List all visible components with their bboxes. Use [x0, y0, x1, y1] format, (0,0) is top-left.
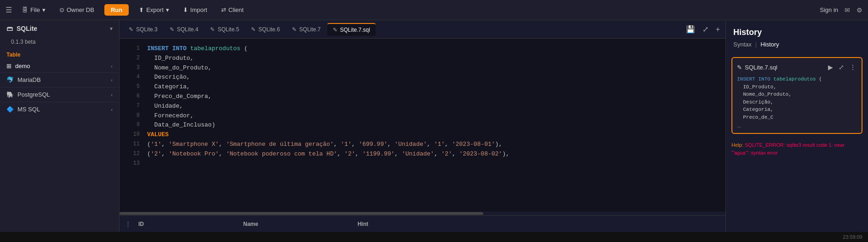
time-display: 23:59:09 — [843, 234, 862, 240]
export-chevron-icon: ▾ — [166, 6, 169, 13]
postgresql-icon: 🐘 — [6, 91, 14, 98]
name-column-header: Name — [243, 221, 258, 227]
code-line-7: 7 Unidade, — [120, 102, 725, 111]
mariadb-chevron-icon: ‹ — [111, 77, 113, 83]
code-line-2: 2 ID_Produto, — [120, 54, 725, 63]
tab-sqlite3-icon: ✎ — [129, 26, 133, 33]
run-button[interactable]: Run — [104, 4, 129, 16]
tab-sqlite3[interactable]: ✎ SQLite.3 — [123, 23, 163, 35]
horizontal-scrollbar-thumb[interactable] — [120, 212, 483, 215]
table-grid-icon: ⊞ — [6, 63, 11, 69]
center-area: ✎ SQLite.3 ✎ SQLite.4 ✎ SQLite.5 ✎ SQLit… — [120, 20, 725, 232]
code-line-6: 6 Preco_de_Compra, — [120, 92, 725, 102]
history-panel: History Syntax | History ✎ SQLite.7.sql … — [725, 20, 868, 232]
results-bar: ⋮ ID Name Hint — [120, 215, 725, 232]
tabs-bar: ✎ SQLite.3 ✎ SQLite.4 ✎ SQLite.5 ✎ SQLit… — [120, 20, 725, 39]
sqlite-version: 0.1.3 beta — [0, 37, 119, 49]
mssql-icon: 🔷 — [6, 106, 14, 113]
help-label: Help: — [731, 142, 743, 148]
code-line-8: 8 Fornecedor, — [120, 111, 725, 121]
history-nav-tabs: Syntax | History — [726, 41, 868, 53]
history-title: History — [726, 20, 868, 41]
code-line-10: 10 VALUES — [120, 130, 725, 140]
sidebar-item-mariadb[interactable]: 🐬 MariaDB ‹ — [0, 72, 119, 87]
import-icon: ⬇ — [183, 6, 188, 13]
settings-icon[interactable]: ⚙ — [857, 6, 862, 14]
history-more-button[interactable]: ⋮ — [849, 63, 857, 72]
history-entry: ✎ SQLite.7.sql ▶ ⤢ ⋮ INSERT INTO tabelap… — [731, 57, 862, 134]
results-menu-icon[interactable]: ⋮ — [125, 220, 131, 227]
help-error-text: Help: SQLITE_ERROR: sqlite3 result code … — [731, 141, 862, 156]
postgresql-chevron-icon: ‹ — [111, 92, 113, 98]
code-line-5: 5 Categoria, — [120, 82, 725, 92]
status-bar: 23:59:09 — [0, 232, 868, 242]
share-tab-button[interactable]: ⤢ — [701, 23, 710, 35]
table-label: Table — [0, 49, 119, 60]
code-line-12: 12 ('2', 'Notebook Pro', 'Notebook poder… — [120, 150, 725, 159]
history-tab[interactable]: History — [760, 41, 779, 48]
tab-sqlite7sql-icon: ✎ — [333, 27, 337, 33]
file-menu[interactable]: 🗄 File ▾ — [18, 5, 49, 15]
hamburger-menu-icon[interactable]: ☰ — [6, 6, 12, 14]
file-chevron-icon: ▾ — [42, 6, 46, 13]
code-line-11: 11 ('1', 'Smartphone X', 'Smartphone de … — [120, 140, 725, 150]
tab-sqlite7[interactable]: ✎ SQLite.7 — [286, 23, 326, 35]
code-line-3: 3 Nome_do_Produto, — [120, 63, 725, 73]
hint-column-header: Hint — [358, 221, 368, 227]
code-line-9: 9 Data_de_Inclusao) — [120, 121, 725, 130]
help-message: SQLITE_ERROR: sqlite3 result code 1: nea… — [731, 142, 845, 156]
sidebar-sqlite-header: 🗃 SQLite ▾ — [0, 20, 119, 37]
client-icon: ⇄ — [221, 6, 226, 13]
demo-chevron-icon: ‹ — [111, 63, 113, 69]
mssql-chevron-icon: ‹ — [111, 107, 113, 112]
tab-sqlite7sql[interactable]: ✎ SQLite.7.sql — [327, 23, 376, 36]
sign-in-link[interactable]: Sign in — [820, 6, 838, 13]
history-entry-name: ✎ SQLite.7.sql — [737, 64, 777, 71]
tab-sqlite6-icon: ✎ — [251, 26, 256, 33]
tab-sqlite5-icon: ✎ — [210, 26, 215, 33]
sidebar-item-mssql[interactable]: 🔷 MS SQL ‹ — [0, 102, 119, 116]
add-tab-button[interactable]: + — [714, 23, 722, 35]
file-icon: 🗄 — [22, 6, 28, 13]
history-open-button[interactable]: ⤢ — [838, 63, 845, 72]
history-edit-icon: ✎ — [737, 64, 742, 71]
sidebar-item-postgresql[interactable]: 🐘 PostgreSQL ‹ — [0, 87, 119, 102]
code-line-1: 1 INSERT INTO tabelaprodutos ( — [120, 44, 725, 54]
sidebar-collapse-icon[interactable]: ▾ — [110, 26, 113, 32]
save-tab-button[interactable]: 💾 — [684, 23, 697, 35]
owner-db-menu[interactable]: ⊙ Owner DB — [56, 5, 98, 15]
main-layout: 🗃 SQLite ▾ 0.1.3 beta Table ⊞ demo ‹ 🐬 M… — [0, 20, 868, 232]
mail-icon[interactable]: ✉ — [845, 6, 850, 14]
history-entry-header: ✎ SQLite.7.sql ▶ ⤢ ⋮ — [737, 63, 857, 72]
history-run-button[interactable]: ▶ — [827, 63, 834, 72]
export-menu[interactable]: ⬆ Export ▾ — [135, 5, 173, 15]
code-line-4: 4 Descrição, — [120, 73, 725, 82]
owner-db-icon: ⊙ — [59, 6, 64, 13]
tab-sqlite4[interactable]: ✎ SQLite.4 — [164, 23, 204, 35]
history-code-preview: INSERT INTO tabelaprodutos ( ID_Produto,… — [737, 75, 857, 121]
tab-sqlite5[interactable]: ✎ SQLite.5 — [205, 23, 245, 35]
sidebar: 🗃 SQLite ▾ 0.1.3 beta Table ⊞ demo ‹ 🐬 M… — [0, 20, 120, 232]
id-column-header: ID — [138, 221, 144, 227]
tab-sqlite4-icon: ✎ — [170, 26, 174, 33]
tab-sqlite6[interactable]: ✎ SQLite.6 — [246, 23, 286, 35]
mariadb-icon: 🐬 — [6, 76, 14, 83]
client-menu[interactable]: ⇄ Client — [217, 5, 247, 15]
history-entry-actions: ▶ ⤢ ⋮ — [827, 63, 857, 72]
sidebar-item-demo[interactable]: ⊞ demo ‹ — [0, 60, 119, 72]
sqlite-icon: 🗃 — [6, 25, 13, 32]
syntax-tab[interactable]: Syntax — [733, 41, 752, 48]
history-code-ellipsis: ... — [737, 123, 857, 128]
import-menu[interactable]: ⬇ Import — [179, 5, 211, 15]
code-editor[interactable]: 1 INSERT INTO tabelaprodutos ( 2 ID_Prod… — [120, 39, 725, 212]
code-line-13: 13 — [120, 159, 725, 168]
top-nav: ☰ 🗄 File ▾ ⊙ Owner DB Run ⬆ Export ▾ ⬇ I… — [0, 0, 868, 20]
horizontal-scrollbar[interactable] — [120, 212, 725, 215]
tab-sqlite7-icon: ✎ — [292, 26, 297, 33]
export-icon: ⬆ — [139, 6, 144, 13]
